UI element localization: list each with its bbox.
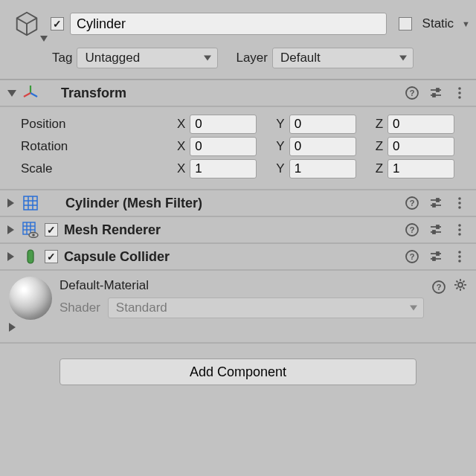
component-title: Mesh Renderer	[64, 222, 399, 238]
svg-rect-21	[437, 199, 439, 202]
scale-label: Scale	[21, 161, 170, 176]
help-icon[interactable]: ?	[405, 222, 419, 237]
menu-icon[interactable]	[452, 86, 467, 100]
scale-x-input[interactable]	[190, 159, 257, 178]
tag-label: Tag	[52, 51, 72, 65]
enable-checkbox[interactable]	[45, 250, 58, 263]
shader-label: Shader	[60, 300, 100, 315]
capsule-collider-icon	[22, 248, 39, 265]
material-foldout-icon[interactable]	[9, 323, 16, 332]
component-mesh-filter: Cylinder (Mesh Filter) ?	[0, 190, 476, 217]
menu-icon[interactable]	[452, 222, 467, 237]
svg-point-9	[458, 87, 461, 90]
gear-icon[interactable]	[454, 278, 467, 295]
svg-line-61	[457, 288, 458, 289]
help-icon[interactable]: ?	[405, 86, 419, 100]
help-icon[interactable]: ?	[431, 280, 446, 295]
svg-rect-12	[24, 196, 37, 210]
svg-rect-8	[433, 94, 435, 97]
svg-point-50	[458, 255, 461, 258]
rotation-z-input[interactable]	[387, 137, 454, 156]
component-title: Capsule Collider	[64, 249, 399, 265]
name-input[interactable]	[70, 13, 387, 35]
svg-line-59	[457, 281, 458, 283]
component-title: Cylinder (Mesh Filter)	[65, 196, 399, 211]
transform-icon	[22, 85, 39, 101]
svg-text:?: ?	[410, 225, 415, 234]
svg-point-32	[32, 234, 35, 237]
gameobject-icon[interactable]	[9, 7, 45, 40]
component-title: Transform	[61, 86, 399, 101]
svg-text:?: ?	[410, 89, 415, 97]
svg-point-39	[458, 224, 461, 227]
help-icon[interactable]: ?	[405, 196, 419, 210]
mesh-renderer-icon	[22, 222, 39, 238]
preset-icon[interactable]	[428, 86, 443, 100]
svg-point-54	[458, 283, 463, 287]
svg-line-2	[24, 93, 30, 97]
svg-point-40	[458, 228, 461, 231]
position-label: Position	[21, 117, 170, 132]
static-label: Static	[422, 16, 454, 31]
shader-dropdown[interactable]: Standard	[108, 298, 424, 318]
svg-point-23	[458, 197, 461, 200]
svg-rect-37	[437, 225, 439, 228]
position-x-input[interactable]	[190, 115, 257, 134]
svg-point-24	[458, 202, 461, 205]
preset-icon[interactable]	[428, 196, 443, 210]
material-name: Default-Material	[60, 278, 424, 293]
rotation-x-input[interactable]	[190, 137, 257, 156]
position-y-input[interactable]	[289, 115, 356, 134]
svg-text:?: ?	[437, 283, 442, 292]
foldout-icon[interactable]	[7, 225, 14, 234]
svg-point-10	[458, 91, 461, 94]
help-icon[interactable]: ?	[405, 249, 419, 264]
svg-line-60	[463, 288, 465, 289]
preset-icon[interactable]	[428, 249, 443, 264]
component-capsule-collider: Capsule Collider ?	[0, 244, 476, 271]
svg-point-25	[458, 206, 461, 209]
svg-point-49	[458, 251, 461, 254]
svg-rect-47	[437, 252, 439, 255]
material-section: Default-Material Shader Standard ?	[0, 271, 476, 323]
position-z-input[interactable]	[387, 115, 454, 134]
enable-checkbox[interactable]	[45, 223, 58, 237]
svg-rect-42	[28, 250, 33, 263]
menu-icon[interactable]	[452, 196, 467, 210]
static-checkbox[interactable]	[399, 17, 412, 30]
gameobject-header: Static ▼ Tag Untagged Layer Default	[0, 0, 476, 73]
scale-z-input[interactable]	[387, 159, 454, 178]
active-checkbox[interactable]	[51, 17, 64, 30]
material-preview-icon	[9, 277, 52, 320]
add-component-button[interactable]: Add Component	[60, 358, 416, 385]
layer-dropdown[interactable]: Default	[272, 48, 414, 68]
scale-y-input[interactable]	[289, 159, 356, 178]
menu-icon[interactable]	[452, 249, 467, 264]
svg-point-11	[458, 96, 461, 99]
svg-point-41	[458, 233, 461, 236]
layer-label: Layer	[236, 51, 268, 65]
foldout-icon[interactable]	[7, 90, 16, 97]
svg-text:?: ?	[410, 199, 415, 208]
component-mesh-renderer: Mesh Renderer ?	[0, 217, 476, 244]
svg-rect-7	[437, 89, 439, 91]
svg-text:?: ?	[410, 252, 415, 261]
static-dropdown-icon[interactable]: ▼	[462, 19, 470, 28]
svg-rect-38	[433, 231, 435, 234]
rotation-label: Rotation	[21, 139, 170, 154]
svg-line-62	[463, 281, 465, 283]
foldout-icon[interactable]	[7, 252, 14, 261]
component-transform: Transform ?	[0, 80, 476, 107]
svg-point-51	[458, 260, 461, 263]
transform-properties: Position X Y Z Rotation X Y Z Scale X Y …	[0, 107, 476, 190]
svg-rect-48	[433, 257, 435, 260]
foldout-icon[interactable]	[7, 199, 14, 208]
preset-icon[interactable]	[428, 222, 443, 237]
mesh-filter-icon	[22, 195, 39, 211]
tag-dropdown[interactable]: Untagged	[77, 48, 218, 68]
rotation-y-input[interactable]	[289, 137, 356, 156]
svg-line-1	[30, 93, 37, 97]
svg-rect-22	[433, 204, 435, 207]
